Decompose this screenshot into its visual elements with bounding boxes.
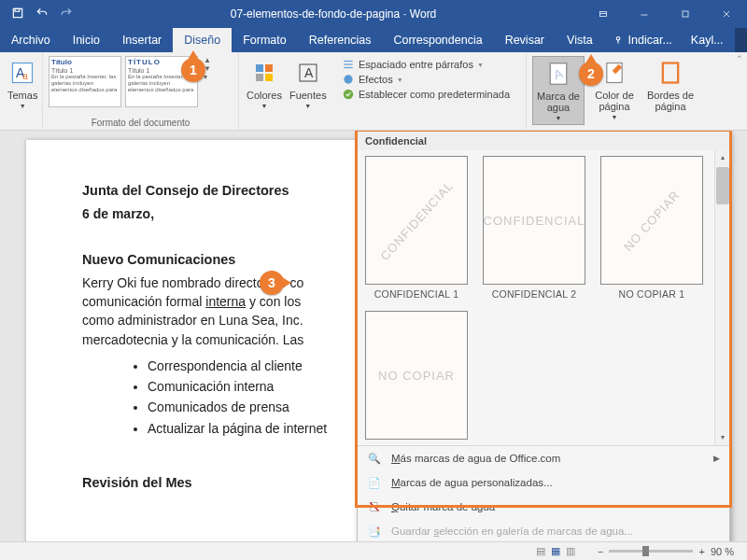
dropdown-header: Confidencial (358, 132, 729, 150)
share-button[interactable]: Compartir (735, 28, 747, 52)
watermark-button[interactable]: A Marca de agua▼ (532, 56, 585, 125)
dropdown-scrollbar[interactable]: ▴▾ (714, 150, 729, 445)
svg-point-22 (344, 90, 354, 100)
ribbon: Aa Temas▼ Título Título 1 En la pestaña … (0, 52, 747, 131)
tab-diseno[interactable]: Diseño (173, 28, 232, 52)
doc-format-thumb[interactable]: Título Título 1 En la pestaña Insertar, … (49, 56, 121, 107)
more-watermarks[interactable]: 🔍 MMás marcas de agua de Office.comás ma… (358, 446, 729, 470)
zoom-level[interactable]: 90 % (711, 546, 734, 557)
tab-correspondencia[interactable]: Correspondencia (382, 28, 493, 52)
watermark-dropdown: Confidencial CONFIDENCIAL CONFIDENCIAL 1… (357, 131, 730, 541)
svg-rect-2 (600, 12, 607, 17)
close-icon[interactable] (706, 0, 747, 28)
page-color-button[interactable]: Color de página▼ (588, 56, 641, 123)
svg-point-21 (344, 75, 352, 83)
ribbon-options-icon[interactable] (583, 0, 624, 28)
svg-rect-13 (265, 64, 273, 72)
minimize-icon[interactable] (624, 0, 665, 28)
watermark-option[interactable]: NO COPIAR NO COPIAR 1 (600, 156, 703, 300)
title-bar: 07-elementos-de-fondo-de-pagina - Word (0, 0, 747, 28)
remove-watermark[interactable]: Quitar marca de agua (358, 495, 729, 519)
collapse-ribbon-icon[interactable]: ⌃ (736, 54, 743, 63)
svg-rect-14 (256, 74, 263, 81)
page-icon: 📄 (367, 475, 382, 490)
themes-button[interactable]: Aa Temas▼ (6, 56, 39, 112)
zoom-out[interactable]: − (598, 546, 603, 557)
tab-revisar[interactable]: Revisar (494, 28, 556, 52)
web-layout-icon[interactable]: ▥ (566, 545, 575, 557)
office-icon: 🔍 (367, 451, 382, 466)
tell-me[interactable]: Indicar... (604, 34, 680, 47)
save-icon[interactable] (11, 7, 24, 22)
watermark-option[interactable]: CONFIDENCIAL CONFIDENCIAL 1 (365, 156, 468, 300)
tab-referencias[interactable]: Referencias (298, 28, 383, 52)
zoom-slider[interactable] (609, 550, 693, 553)
remove-icon (367, 499, 382, 514)
tab-archivo[interactable]: Archivo (0, 28, 62, 52)
svg-point-7 (616, 37, 620, 41)
tab-vista[interactable]: Vista (556, 28, 604, 52)
status-bar: ▤ ▦ ▥ − + 90 % (0, 541, 747, 560)
svg-text:a: a (22, 70, 28, 81)
window-title: 07-elementos-de-fondo-de-pagina - Word (84, 7, 583, 21)
save-icon: 📑 (367, 524, 382, 539)
fonts-button[interactable]: A Fuentes▼ (288, 56, 329, 112)
paragraph-spacing[interactable]: Espaciado entre párrafos ▼ (342, 58, 510, 71)
tab-inicio[interactable]: Inicio (62, 28, 111, 52)
doc-format-thumb[interactable]: TÍTULO Título 1 En la pestaña Insertar, … (125, 56, 198, 107)
svg-rect-12 (256, 64, 263, 72)
watermark-option[interactable]: CONFIDENCIAL CONFIDENCIAL 2 (483, 156, 585, 300)
svg-rect-1 (15, 8, 20, 11)
set-default[interactable]: Establecer como predeterminada (342, 88, 510, 101)
custom-watermarks[interactable]: 📄 Marcas de agua personalizadas... (358, 470, 729, 495)
tab-formato[interactable]: Formato (232, 28, 298, 52)
document-area: Junta del Consejo de Directores 6 de mar… (0, 131, 747, 541)
read-mode-icon[interactable]: ▤ (536, 545, 545, 557)
zoom-in[interactable]: + (698, 546, 704, 557)
group-label: Formato del documento (49, 118, 233, 130)
page-borders-button[interactable]: Bordes de página (644, 56, 697, 114)
menu-bar: Archivo Inicio Insertar Diseño Formato R… (0, 28, 747, 52)
svg-rect-15 (265, 74, 273, 81)
effects[interactable]: Efectos ▼ (342, 73, 510, 86)
maximize-icon[interactable] (665, 0, 706, 28)
colors-button[interactable]: Colores▼ (245, 56, 284, 112)
print-layout-icon[interactable]: ▦ (551, 545, 560, 557)
save-watermark: 📑 Guardar selección en galería de marcas… (358, 519, 729, 541)
svg-text:A: A (304, 65, 314, 80)
redo-icon[interactable] (60, 7, 73, 22)
svg-rect-26 (663, 63, 678, 83)
tab-insertar[interactable]: Insertar (111, 28, 173, 52)
user-name[interactable]: Kayl... (685, 34, 729, 47)
gallery-nav[interactable]: ▲▼▾ (202, 56, 213, 81)
svg-rect-4 (683, 11, 688, 17)
undo-icon[interactable] (35, 7, 49, 22)
watermark-option[interactable]: NO COPIAR (365, 311, 468, 443)
